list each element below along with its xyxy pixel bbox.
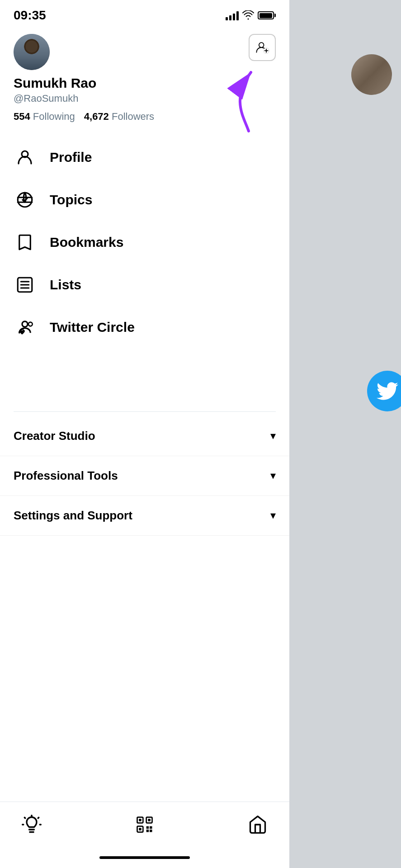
- topics-icon: [14, 189, 36, 211]
- status-icons: [226, 10, 276, 20]
- menu-divider: [14, 411, 276, 412]
- nav-profile-label: Profile: [50, 150, 92, 165]
- nav-topics-label: Topics: [50, 192, 92, 208]
- nav-menu: Profile Topics: [0, 132, 289, 407]
- settings-support-section[interactable]: Settings and Support ▾: [0, 496, 289, 536]
- user-handle: @RaoSumukh: [14, 93, 276, 104]
- nav-lists-label: Lists: [50, 277, 81, 292]
- followers-label: Followers: [112, 111, 154, 122]
- svg-rect-22: [139, 819, 142, 821]
- wifi-icon: [242, 10, 254, 20]
- nav-twitter-circle-label: Twitter Circle: [50, 320, 135, 335]
- user-name: Sumukh Rao: [14, 75, 276, 91]
- nav-item-bookmarks[interactable]: Bookmarks: [0, 221, 289, 264]
- svg-rect-24: [148, 819, 151, 821]
- creator-studio-label: Creator Studio: [14, 429, 95, 443]
- followers-count: 4,672: [84, 111, 109, 122]
- following-label: Following: [33, 111, 75, 122]
- home-indicator: [99, 856, 190, 859]
- user-icon: [14, 146, 36, 169]
- bulb-icon: [22, 815, 42, 835]
- home-button[interactable]: [244, 811, 271, 838]
- svg-rect-29: [146, 830, 149, 832]
- settings-support-label: Settings and Support: [14, 509, 132, 523]
- settings-support-chevron: ▾: [270, 509, 276, 522]
- lists-icon: [14, 274, 36, 296]
- creator-studio-chevron: ▾: [270, 429, 276, 442]
- following-count: 554: [14, 111, 30, 122]
- creator-studio-section[interactable]: Creator Studio ▾: [0, 416, 289, 456]
- svg-point-0: [259, 42, 264, 47]
- nav-item-profile[interactable]: Profile: [0, 136, 289, 179]
- other-user-avatar: [351, 54, 392, 95]
- user-avatar: [14, 34, 50, 70]
- professional-tools-section[interactable]: Professional Tools ▾: [0, 456, 289, 496]
- svg-point-14: [28, 322, 33, 326]
- qr-button[interactable]: [131, 811, 158, 838]
- status-time: 09:35: [14, 8, 46, 23]
- qr-icon: [135, 815, 155, 835]
- add-account-button[interactable]: [249, 34, 276, 61]
- side-drawer: 09:35: [0, 0, 289, 868]
- home-icon: [248, 815, 268, 835]
- nav-item-topics[interactable]: Topics: [0, 179, 289, 221]
- circle-icon: [14, 316, 36, 339]
- professional-tools-label: Professional Tools: [14, 469, 118, 483]
- profile-stats: 554 Following 4,672 Followers: [14, 111, 276, 123]
- professional-tools-chevron: ▾: [270, 469, 276, 482]
- profile-header: Sumukh Rao @RaoSumukh 554 Following 4,67…: [0, 27, 289, 132]
- bookmark-icon: [14, 231, 36, 254]
- svg-rect-26: [139, 828, 142, 830]
- bottom-toolbar: [0, 802, 289, 852]
- svg-point-13: [22, 321, 28, 327]
- svg-rect-28: [150, 826, 152, 829]
- twitter-compose-button[interactable]: [367, 371, 401, 411]
- lightbulb-button[interactable]: [18, 811, 45, 838]
- background-panel: [289, 0, 401, 868]
- svg-rect-27: [146, 826, 149, 829]
- signal-icon: [226, 10, 239, 20]
- nav-bookmarks-label: Bookmarks: [50, 235, 123, 250]
- svg-line-18: [38, 817, 38, 818]
- status-bar: 09:35: [0, 0, 289, 27]
- battery-icon: [258, 11, 276, 19]
- nav-item-lists[interactable]: Lists: [0, 264, 289, 306]
- svg-rect-30: [150, 830, 152, 832]
- svg-line-17: [24, 817, 25, 818]
- nav-item-twitter-circle[interactable]: Twitter Circle: [0, 306, 289, 349]
